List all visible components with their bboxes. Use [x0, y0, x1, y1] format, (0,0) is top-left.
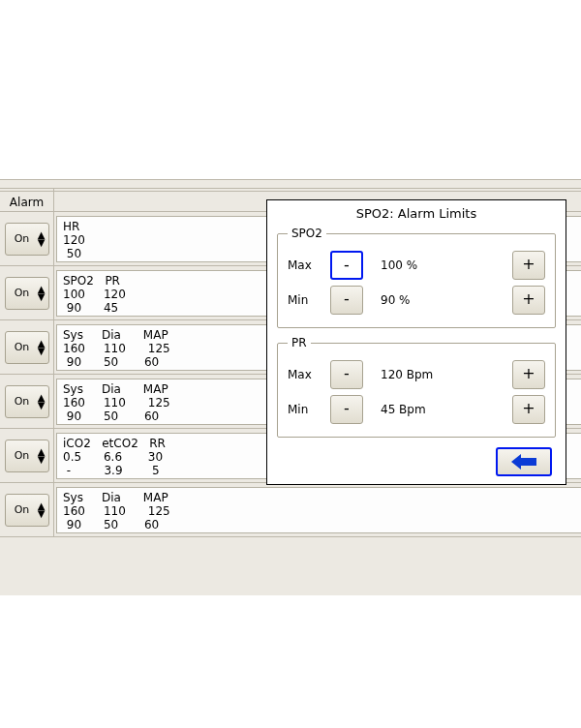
limit-label: Min: [288, 403, 321, 416]
alarm-cell: On▲▼: [0, 375, 53, 429]
alarm-column-header: Alarm: [0, 191, 53, 212]
alarm-on-spinner[interactable]: On▲▼: [5, 440, 49, 472]
limit-value: 100 %: [373, 258, 503, 272]
limit-group-pr: PRMax-120 Bpm+Min-45 Bpm+: [277, 336, 556, 438]
alarm-cell: On▲▼: [0, 266, 53, 320]
limit-group-legend: SPO2: [288, 227, 326, 240]
limit-row: Min-45 Bpm+: [288, 392, 545, 427]
decrement-button[interactable]: -: [330, 286, 363, 315]
spinner-arrows-icon: ▲▼: [35, 394, 48, 409]
popup-title: SPO2: Alarm Limits: [277, 206, 556, 221]
spinner-arrows-icon: ▲▼: [35, 286, 48, 300]
alarm-on-label: On: [6, 232, 35, 245]
data-readout: Sys Dia MAP 160 110 125 90 50 60: [56, 487, 581, 533]
alarm-cell: On▲▼: [0, 212, 53, 266]
alarm-column: Alarm On▲▼On▲▼On▲▼On▲▼On▲▼On▲▼: [0, 189, 54, 537]
decrement-button[interactable]: -: [330, 360, 363, 389]
increment-button[interactable]: +: [512, 395, 545, 424]
limit-value: 120 Bpm: [373, 368, 503, 381]
limit-label: Max: [288, 258, 321, 272]
limit-label: Max: [288, 368, 321, 381]
alarm-on-label: On: [6, 395, 35, 408]
alarm-on-spinner[interactable]: On▲▼: [5, 331, 49, 364]
limit-row: Max-120 Bpm+: [288, 357, 545, 392]
increment-button[interactable]: +: [512, 251, 545, 280]
limit-group-spo2: SPO2Max-100 %+Min-90 %+: [277, 227, 556, 328]
data-cell: Sys Dia MAP 160 110 125 90 50 60: [54, 483, 581, 537]
alarm-cell: On▲▼: [0, 429, 53, 483]
alarm-on-label: On: [6, 503, 35, 516]
limit-row: Min-90 %+: [288, 283, 545, 318]
limit-value: 45 Bpm: [373, 403, 503, 416]
limit-group-legend: PR: [288, 336, 311, 349]
alarm-on-label: On: [6, 341, 35, 353]
alarm-on-spinner[interactable]: On▲▼: [5, 385, 49, 418]
alarm-on-spinner[interactable]: On▲▼: [5, 494, 49, 527]
back-button[interactable]: [496, 447, 552, 476]
alarm-on-spinner[interactable]: On▲▼: [5, 277, 49, 310]
alarm-cell: On▲▼: [0, 483, 53, 537]
limit-label: Min: [288, 293, 321, 307]
spinner-arrows-icon: ▲▼: [35, 231, 48, 246]
toolbar-strip: [0, 181, 581, 189]
decrement-button[interactable]: -: [330, 251, 363, 280]
limit-row: Max-100 %+: [288, 248, 545, 283]
decrement-button[interactable]: -: [330, 395, 363, 424]
alarm-cell: On▲▼: [0, 320, 53, 375]
increment-button[interactable]: +: [512, 360, 545, 389]
spinner-arrows-icon: ▲▼: [35, 340, 48, 354]
alarm-on-spinner[interactable]: On▲▼: [5, 223, 49, 256]
spinner-arrows-icon: ▲▼: [35, 502, 48, 517]
arrow-left-icon: [511, 454, 536, 470]
spinner-arrows-icon: ▲▼: [35, 448, 48, 463]
spo2-alarm-limits-popup: SPO2: Alarm Limits SPO2Max-100 %+Min-90 …: [266, 199, 566, 485]
svg-marker-0: [511, 454, 536, 470]
increment-button[interactable]: +: [512, 286, 545, 315]
alarm-on-label: On: [6, 449, 35, 462]
limit-value: 90 %: [373, 293, 503, 307]
alarm-on-label: On: [6, 287, 35, 299]
